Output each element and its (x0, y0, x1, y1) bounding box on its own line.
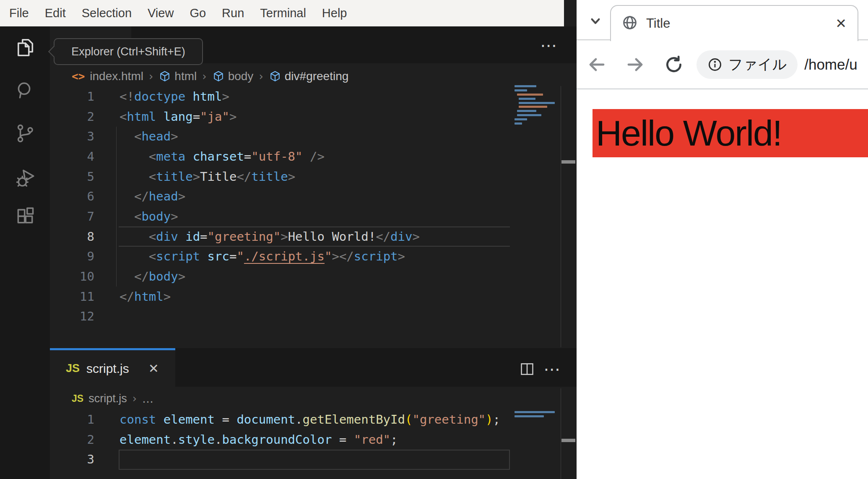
breadcrumb-more[interactable]: … (142, 392, 153, 405)
tab-search-chevron-icon[interactable] (587, 13, 604, 29)
symbol-cube-icon (269, 70, 281, 83)
scrollbar-thumb[interactable] (561, 160, 575, 164)
line-number[interactable]: 11 (50, 289, 94, 304)
code-text: </html> (94, 289, 171, 304)
line-number[interactable]: 12 (50, 309, 94, 323)
scrollbar-thumb[interactable] (561, 439, 575, 442)
code-line[interactable]: 5 <title>Title</title> (50, 167, 514, 187)
minimap-line (519, 102, 555, 104)
browser-window: Title ✕ ファイル /home/u (577, 0, 868, 479)
code-line[interactable]: 4 <meta charset="utf-8" /> (50, 146, 514, 167)
breadcrumb-html[interactable]: html (174, 70, 197, 83)
close-tab-icon[interactable]: ✕ (835, 16, 847, 31)
line-number[interactable]: 1 (50, 412, 94, 427)
search-icon[interactable] (15, 80, 36, 101)
symbol-cube-icon (212, 70, 225, 83)
chevron-right-icon: › (149, 70, 153, 83)
code-text: element.style.backgroundColor = "red"; (94, 432, 398, 447)
breadcrumb-file[interactable]: index.html (90, 70, 143, 83)
breadcrumb-body[interactable]: body (228, 70, 254, 83)
code-line[interactable]: 8 <div id="greeting">Hello World!</div> (50, 226, 514, 247)
minimap[interactable] (514, 409, 557, 426)
code-line[interactable]: 12 (50, 307, 514, 327)
globe-icon (622, 15, 638, 32)
minimap-line (519, 106, 547, 108)
browser-toolbar: ファイル /home/u (577, 40, 868, 89)
minimap-line (515, 89, 527, 91)
back-icon[interactable] (587, 55, 607, 75)
code-text: <script src="./script.js"></script> (94, 249, 405, 263)
line-number[interactable]: 6 (50, 189, 94, 203)
code-line[interactable]: 2<html lang="ja"> (50, 107, 514, 127)
explorer-tooltip: Explorer (Ctrl+Shift+E) (54, 38, 203, 65)
info-icon (707, 57, 722, 72)
code-line[interactable]: 3 <head> (50, 126, 514, 146)
js-code[interactable]: 1const element = document.getElementById… (50, 409, 514, 469)
code-text: const element = document.getElementById(… (94, 412, 500, 427)
minimap-line (515, 411, 555, 413)
menu-go[interactable]: Go (182, 0, 214, 26)
line-number[interactable]: 1 (50, 89, 94, 104)
screen: File Edit Selection View Go Run Terminal… (0, 0, 868, 479)
menu-edit[interactable]: Edit (37, 0, 74, 26)
indent-guide (116, 127, 117, 286)
menu-terminal[interactable]: Terminal (252, 0, 314, 26)
extensions-icon[interactable] (15, 206, 36, 226)
html-file-icon: <> (72, 70, 85, 83)
minimap[interactable] (514, 82, 557, 130)
code-line[interactable]: 7 <body> (50, 206, 514, 226)
hello-heading: Hello World! (593, 112, 782, 154)
menu-run[interactable]: Run (214, 0, 252, 26)
breadcrumb-file-js[interactable]: script.js (88, 392, 127, 405)
scrollbar-track (561, 86, 561, 347)
forward-icon[interactable] (625, 55, 645, 75)
menu-file[interactable]: File (1, 0, 37, 26)
menu-help[interactable]: Help (314, 0, 355, 26)
menu-selection[interactable]: Selection (74, 0, 140, 26)
code-line[interactable]: 1const element = document.getElementById… (50, 409, 514, 430)
line-number[interactable]: 9 (50, 249, 94, 263)
code-line[interactable]: 11</html> (50, 286, 514, 307)
line-number[interactable]: 4 (50, 149, 94, 164)
scrollbar-track (561, 388, 561, 479)
hello-banner: Hello World! (593, 109, 868, 157)
line-number[interactable]: 2 (50, 432, 94, 447)
line-number[interactable]: 5 (50, 169, 94, 184)
code-line[interactable]: 6 </head> (50, 186, 514, 206)
close-tab-icon[interactable]: ✕ (148, 361, 159, 376)
code-text: </head> (94, 189, 185, 203)
split-editor-icon[interactable] (519, 361, 535, 379)
reload-icon[interactable] (664, 55, 684, 75)
editor-more-actions[interactable]: ⋯ (540, 37, 557, 54)
code-text: </body> (94, 269, 185, 284)
explorer-icon[interactable] (15, 37, 36, 58)
code-line[interactable]: 2element.style.backgroundColor = "red"; (50, 430, 514, 450)
tab-label: script.js (86, 362, 129, 376)
line-number[interactable]: 8 (50, 229, 94, 244)
code-line[interactable]: 3 (50, 449, 514, 469)
code-line[interactable]: 9 <script src="./script.js"></script> (50, 247, 514, 267)
activity-bar (0, 26, 50, 479)
line-number[interactable]: 3 (50, 452, 94, 466)
code-line[interactable]: 10 </body> (50, 266, 514, 286)
address-url[interactable]: /home/u (804, 56, 868, 73)
site-info-chip[interactable]: ファイル (696, 50, 798, 79)
code-line[interactable]: 1<!doctype html> (50, 86, 514, 107)
line-number[interactable]: 10 (50, 269, 94, 284)
line-number[interactable]: 3 (50, 129, 94, 143)
breadcrumb-div-greeting[interactable]: div#greeting (285, 70, 349, 83)
run-debug-icon[interactable] (15, 168, 36, 189)
tab-script-js[interactable]: JS script.js ✕ (50, 348, 175, 387)
panel-more-actions[interactable]: ⋯ (543, 361, 560, 377)
line-number[interactable]: 7 (50, 209, 94, 224)
code-text: <meta charset="utf-8" /> (94, 149, 325, 164)
minimap-line (515, 122, 522, 125)
line-number[interactable]: 2 (50, 109, 94, 124)
browser-tab[interactable]: Title ✕ (610, 5, 858, 41)
menu-view[interactable]: View (140, 0, 182, 26)
source-control-icon[interactable] (15, 123, 36, 144)
minimap-line (519, 98, 535, 100)
code-text: <head> (94, 129, 178, 143)
site-info-label: ファイル (728, 55, 787, 74)
html-code[interactable]: 1<!doctype html>2<html lang="ja">3 <head… (50, 86, 514, 326)
